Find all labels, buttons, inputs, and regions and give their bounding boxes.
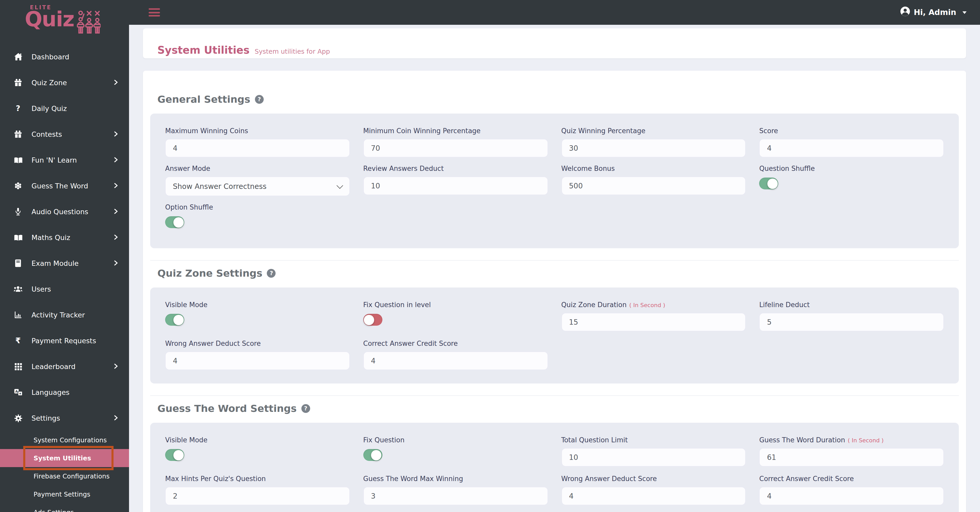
gtw-wrong-answer-deduct-score-input[interactable] <box>561 487 746 505</box>
section-guess-the-word-settings: Guess The Word Settings Visible Mode Fix… <box>143 402 966 512</box>
gtw-correct-answer-credit-score-input[interactable] <box>759 487 944 505</box>
sidebar-item-system-utilities[interactable]: System Utilities <box>0 449 129 467</box>
field-label: Visible Mode <box>165 301 207 308</box>
score-input[interactable] <box>759 139 944 157</box>
wrong-answer-deduct-score-input[interactable] <box>165 351 350 370</box>
max-hints-per-quiz-question-input[interactable] <box>165 487 350 505</box>
visible-mode-toggle[interactable] <box>165 314 184 326</box>
quiz-zone-duration-input[interactable] <box>561 313 746 331</box>
sidebar-item-users[interactable]: Users <box>0 276 129 302</box>
gtw-fix-question-toggle[interactable] <box>363 449 382 461</box>
section-heading: Guess The Word Settings <box>158 402 297 414</box>
field-label: Correct Answer Credit Score <box>759 475 854 483</box>
sidebar-item-audio-questions[interactable]: Audio Questions <box>0 199 129 224</box>
sidebar-item-fun-n-learn[interactable]: Fun 'N' Learn <box>0 147 129 173</box>
main-content: System Utilities System utilities for Ap… <box>129 25 980 512</box>
sidebar-item-quiz-zone[interactable]: Quiz Zone <box>0 70 129 95</box>
field-label: Answer Mode <box>165 165 210 172</box>
total-question-limit-input[interactable] <box>561 448 746 467</box>
help-icon[interactable] <box>255 95 264 103</box>
field-label: Wrong Answer Deduct Score <box>165 340 261 347</box>
field-wrong-answer-deduct-score: Wrong Answer Deduct Score <box>561 475 746 505</box>
field-label: Minimum Coin Winning Percentage <box>363 127 481 135</box>
field-label: Total Question Limit <box>561 436 628 444</box>
help-icon[interactable] <box>301 404 310 413</box>
book-icon <box>13 234 24 241</box>
sidebar-item-leaderboard[interactable]: Leaderboard <box>0 353 129 379</box>
gtw-visible-mode-toggle[interactable] <box>165 449 184 461</box>
tablet-icon <box>13 259 24 267</box>
sidebar-item-payment-settings[interactable]: Payment Settings <box>0 485 129 503</box>
sidebar-item-ads-settings[interactable]: Ads Settings <box>0 503 129 512</box>
answer-mode-select[interactable]: Show Answer Correctness <box>165 176 350 196</box>
microphone-icon <box>13 207 24 216</box>
field-label: Visible Mode <box>165 436 207 444</box>
field-fix-question-in-level: Fix Question in level <box>363 301 548 332</box>
sidebar-item-settings[interactable]: Settings <box>0 405 129 431</box>
sub-item-label: Firebase Configurations <box>33 472 110 480</box>
field-answer-mode: Answer Mode Show Answer Correctness <box>165 165 350 196</box>
sidebar-item-label: Exam Module <box>32 259 113 267</box>
section-heading: Quiz Zone Settings <box>158 267 262 279</box>
question-icon <box>13 104 24 113</box>
sidebar-item-daily-quiz[interactable]: Daily Quiz <box>0 95 129 121</box>
flower-icon <box>13 182 24 190</box>
guess-the-word-settings-panel: Visible Mode Fix Question Total Question… <box>150 423 959 512</box>
minimum-coin-winning-percentage-input[interactable] <box>363 139 548 157</box>
field-review-answers-deduct: Review Answers Deduct <box>363 165 548 196</box>
field-visible-mode: Visible Mode <box>165 301 350 332</box>
guess-the-word-duration-input[interactable] <box>759 448 944 467</box>
sidebar-item-firebase-configurations[interactable]: Firebase Configurations <box>0 467 129 485</box>
sidebar-item-label: Audio Questions <box>32 207 113 216</box>
sidebar-item-activity-tracker[interactable]: Activity Tracker <box>0 302 129 328</box>
sidebar: ELITE Quiz <box>0 0 129 512</box>
sidebar-item-system-configurations[interactable]: System Configurations <box>0 431 129 449</box>
user-circle-icon <box>900 6 910 19</box>
guess-the-word-max-winning-input[interactable] <box>363 487 548 505</box>
sidebar-item-languages[interactable]: A★ Languages <box>0 379 129 405</box>
sidebar-item-maths-quiz[interactable]: Maths Quiz <box>0 224 129 250</box>
settings-card: General Settings Maximum Winning Coins M… <box>143 71 966 512</box>
sidebar-item-payment-requests[interactable]: Payment Requests <box>0 328 129 353</box>
field-guess-the-word-max-winning: Guess The Word Max Winning <box>363 475 548 505</box>
sidebar-item-label: Daily Quiz <box>32 104 119 113</box>
user-menu[interactable]: Hi, Admin <box>900 6 967 19</box>
lifeline-deduct-input[interactable] <box>759 313 944 331</box>
gear-icon <box>13 414 24 423</box>
field-label: Quiz Winning Percentage <box>561 127 645 135</box>
field-question-shuffle: Question Shuffle <box>759 165 944 196</box>
quiz-winning-percentage-input[interactable] <box>561 139 746 157</box>
sidebar-nav: Dashboard Quiz Zone Daily Quiz Contests <box>0 44 129 431</box>
field-maximum-winning-coins: Maximum Winning Coins <box>165 127 350 157</box>
welcome-bonus-input[interactable] <box>561 176 746 195</box>
field-label: Fix Question <box>363 436 404 444</box>
question-shuffle-toggle[interactable] <box>759 178 778 189</box>
sidebar-item-label: Leaderboard <box>32 363 113 370</box>
sidebar-item-guess-the-word[interactable]: Guess The Word <box>0 173 129 199</box>
maximum-winning-coins-input[interactable] <box>165 139 350 157</box>
chevron-right-icon <box>113 182 119 190</box>
sidebar-item-exam-module[interactable]: Exam Module <box>0 250 129 276</box>
fix-question-in-level-toggle[interactable] <box>363 314 382 326</box>
field-welcome-bonus: Welcome Bonus <box>561 165 746 196</box>
gift-icon <box>13 130 24 138</box>
sidebar-item-contests[interactable]: Contests <box>0 121 129 147</box>
hamburger-menu-icon[interactable] <box>149 6 160 18</box>
field-quiz-zone-duration: Quiz Zone Duration ( In Second ) <box>561 301 746 332</box>
correct-answer-credit-score-input[interactable] <box>363 351 548 370</box>
sidebar-item-label: Languages <box>32 388 119 396</box>
help-icon[interactable] <box>267 269 276 277</box>
option-shuffle-toggle[interactable] <box>165 216 184 228</box>
field-label: Score <box>759 127 778 135</box>
review-answers-deduct-input[interactable] <box>363 176 548 195</box>
sidebar-item-dashboard[interactable]: Dashboard <box>0 44 129 70</box>
field-label: Lifeline Deduct <box>759 301 810 308</box>
sub-item-label: Ads Settings <box>33 509 74 512</box>
app-logo[interactable]: ELITE Quiz <box>25 4 101 36</box>
grid-icon <box>13 363 24 370</box>
home-icon <box>13 52 24 61</box>
field-fix-question: Fix Question <box>363 436 548 467</box>
sidebar-item-label: Activity Tracker <box>32 311 119 319</box>
chevron-right-icon <box>113 259 119 267</box>
field-label: Max Hints Per Quiz's Question <box>165 475 266 483</box>
